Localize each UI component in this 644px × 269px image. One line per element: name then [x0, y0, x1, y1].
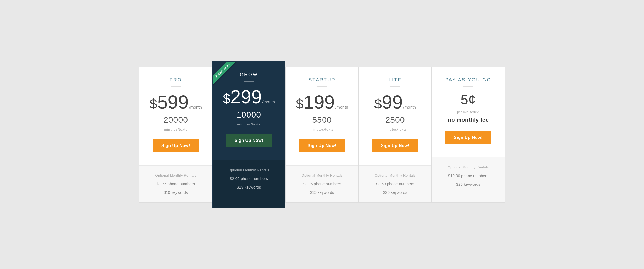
plan-minutes-label-grow: minutes/texts	[237, 122, 261, 126]
plan-price-amount-startup: 199	[303, 93, 335, 112]
plan-minutes-startup: 5500	[312, 115, 332, 125]
plan-card-payg: PAY AS YOU GO5¢per minute/textno monthly…	[432, 67, 505, 203]
plan-bottom-lite: Optional Monthly Rentals$2.50 phone numb…	[359, 166, 431, 202]
phone-numbers-lite: $2.50 phone numbers	[376, 182, 414, 186]
plan-divider-grow	[244, 81, 254, 82]
signup-button-lite[interactable]: Sign Up Now!	[372, 139, 418, 152]
plan-bottom-startup: Optional Monthly Rentals$2.25 phone numb…	[286, 166, 358, 202]
plan-price-amount-grow: 299	[230, 87, 262, 106]
pricing-table: PRO$599/month20000minutes/textsSign Up N…	[139, 67, 505, 203]
plan-divider-lite	[390, 86, 400, 87]
plan-card-lite: LITE$99/month2500minutes/textsSign Up No…	[359, 67, 432, 203]
plan-card-grow: ★ Best ValueGROW$299/month10000minutes/t…	[212, 61, 285, 208]
plan-price-dollar-lite: $	[374, 97, 382, 111]
plan-price-dollar-grow: $	[223, 92, 230, 106]
plan-minutes-pro: 20000	[163, 115, 188, 125]
plan-price-period-startup: /month	[335, 105, 348, 110]
plan-minutes-label-pro: minutes/texts	[164, 127, 188, 131]
plan-minutes-label-lite: minutes/texts	[383, 127, 407, 131]
keywords-startup: $15 keywords	[310, 190, 334, 195]
plan-price-dollar-startup: $	[296, 97, 303, 111]
plan-bottom-payg: Optional Monthly Rentals$10.00 phone num…	[432, 157, 505, 202]
optional-label-startup: Optional Monthly Rentals	[301, 173, 342, 177]
plan-top-payg: PAY AS YOU GO5¢per minute/textno monthly…	[432, 67, 505, 157]
plan-price-row-pro: $599/month	[150, 93, 202, 112]
ribbon-star: ★	[214, 74, 218, 78]
plan-card-pro: PRO$599/month20000minutes/textsSign Up N…	[139, 67, 212, 203]
plan-bottom-grow: Optional Monthly Rentals$2.00 phone numb…	[213, 160, 285, 208]
plan-price-period-pro: /month	[189, 105, 202, 110]
plan-divider-payg	[463, 86, 473, 87]
plan-price-cents: 5¢	[461, 93, 476, 106]
phone-numbers-startup: $2.25 phone numbers	[303, 182, 341, 186]
plan-price-period-grow: /month	[262, 100, 275, 104]
plan-bottom-pro: Optional Monthly Rentals$1.75 phone numb…	[139, 166, 212, 202]
signup-button-payg[interactable]: Sign Up Now!	[445, 131, 491, 144]
optional-label-pro: Optional Monthly Rentals	[155, 173, 196, 177]
plan-per-text: per minute/text	[457, 110, 479, 114]
optional-label-payg: Optional Monthly Rentals	[448, 165, 489, 169]
phone-numbers-pro: $1.75 phone numbers	[157, 182, 195, 186]
plan-name-pro: PRO	[169, 77, 182, 83]
plan-price-period-lite: /month	[403, 105, 416, 110]
plan-price-row-grow: $299/month	[223, 87, 275, 106]
plan-price-row-payg: 5¢	[461, 93, 476, 106]
plan-divider-startup	[317, 86, 327, 87]
keywords-lite: $20 keywords	[383, 190, 407, 195]
plan-top-pro: PRO$599/month20000minutes/textsSign Up N…	[139, 67, 212, 166]
plan-no-fee: no monthly fee	[448, 116, 489, 123]
signup-button-pro[interactable]: Sign Up Now!	[153, 139, 199, 152]
plan-name-startup: STARTUP	[308, 77, 335, 83]
keywords-grow: $13 keywords	[237, 185, 261, 189]
plan-top-startup: STARTUP$199/month5500minutes/textsSign U…	[286, 67, 358, 166]
phone-numbers-payg: $10.00 phone numbers	[448, 173, 488, 178]
optional-label-lite: Optional Monthly Rentals	[374, 173, 415, 177]
signup-button-grow[interactable]: Sign Up Now!	[226, 134, 272, 147]
plan-minutes-lite: 2500	[385, 115, 405, 125]
plan-name-lite: LITE	[389, 77, 402, 83]
plan-top-lite: LITE$99/month2500minutes/textsSign Up No…	[359, 67, 431, 166]
plan-price-row-lite: $99/month	[374, 93, 416, 112]
plan-divider-pro	[171, 86, 181, 87]
plan-price-row-startup: $199/month	[296, 93, 348, 112]
keywords-payg: $25 keywords	[456, 182, 481, 186]
keywords-pro: $10 keywords	[164, 190, 188, 195]
optional-label-grow: Optional Monthly Rentals	[228, 168, 269, 172]
signup-button-startup[interactable]: Sign Up Now!	[299, 139, 345, 152]
plan-price-amount-lite: 99	[382, 93, 403, 112]
plan-price-amount-pro: 599	[157, 93, 189, 112]
plan-card-startup: STARTUP$199/month5500minutes/textsSign U…	[285, 67, 359, 203]
plan-name-payg: PAY AS YOU GO	[445, 77, 491, 83]
plan-price-dollar-pro: $	[150, 97, 157, 111]
phone-numbers-grow: $2.00 phone numbers	[230, 176, 268, 181]
plan-name-grow: GROW	[240, 72, 258, 78]
best-value-ribbon: ★ Best Value	[213, 62, 239, 88]
plan-minutes-label-startup: minutes/texts	[310, 127, 334, 131]
plan-minutes-grow: 10000	[237, 110, 261, 120]
